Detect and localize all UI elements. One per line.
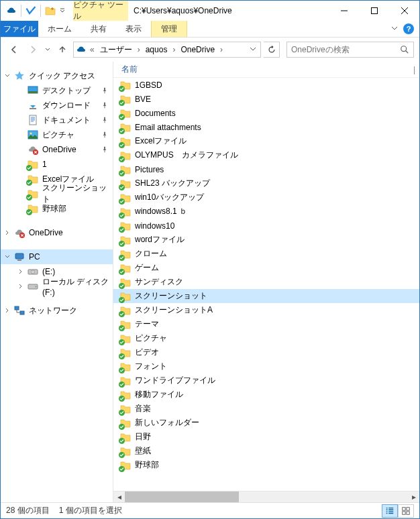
minimize-button[interactable] bbox=[329, 1, 359, 21]
folder-row[interactable]: wordファイル bbox=[113, 233, 419, 247]
folder-row[interactable]: スクリーンショットA bbox=[113, 303, 419, 317]
chevron-right-icon[interactable]: › bbox=[171, 45, 176, 54]
folder-row[interactable]: 1GBSD bbox=[113, 78, 419, 92]
tab-view[interactable]: 表示 bbox=[116, 21, 151, 37]
sidebar-item-documents[interactable]: ドキュメント bbox=[1, 113, 113, 127]
sidebar-item-downloads[interactable]: ダウンロード bbox=[1, 98, 113, 113]
folder-icon bbox=[120, 347, 131, 358]
folder-row[interactable]: SHL23 バックアップ bbox=[113, 176, 419, 190]
crumb-aquos[interactable]: aquos bbox=[143, 45, 170, 54]
tab-share[interactable]: 共有 bbox=[81, 21, 116, 37]
file-list[interactable]: 1GBSD BVE Documents Email attachments bbox=[113, 78, 419, 491]
details-view-button[interactable] bbox=[382, 504, 398, 518]
scroll-track[interactable] bbox=[125, 492, 408, 502]
folder-row[interactable]: BVE bbox=[113, 92, 419, 106]
tab-file[interactable]: ファイル bbox=[1, 21, 38, 37]
sidebar-item-baseball-qa[interactable]: 野球部 bbox=[1, 201, 113, 216]
crumb-users[interactable]: ユーザー bbox=[97, 44, 135, 56]
folder-row[interactable]: フォント bbox=[113, 359, 419, 373]
folder-row[interactable]: Documents bbox=[113, 106, 419, 120]
close-button[interactable] bbox=[389, 1, 419, 21]
folder-row[interactable]: Pictures bbox=[113, 162, 419, 176]
separator bbox=[21, 5, 21, 17]
column-resize-handle[interactable]: | bbox=[413, 65, 415, 74]
sidebar-label: クイック アクセス bbox=[29, 70, 95, 82]
qat-check-icon[interactable] bbox=[23, 3, 39, 19]
qat-customize-caret[interactable] bbox=[58, 8, 66, 13]
scroll-left-arrow[interactable]: ◂ bbox=[113, 492, 125, 502]
sidebar-item-label: (E:) bbox=[42, 267, 55, 276]
sidebar-quick-access[interactable]: クイック アクセス bbox=[1, 68, 113, 83]
folder-name: win10バックアップ bbox=[135, 192, 204, 203]
folder-row[interactable]: サンディスク bbox=[113, 275, 419, 289]
folder-row[interactable]: ワンドライブファイル bbox=[113, 373, 419, 388]
sidebar-item-onedrive-qa[interactable]: OneDrive bbox=[1, 142, 113, 157]
up-button[interactable] bbox=[54, 42, 70, 58]
scroll-thumb[interactable] bbox=[125, 492, 239, 502]
search-input[interactable]: OneDriveの検索 bbox=[286, 42, 414, 58]
sidebar-item-folder-1[interactable]: 1 bbox=[1, 157, 113, 172]
navigation-pane[interactable]: クイック アクセス デスクトップ ダウンロード ドキュメント ピクチャ OneD… bbox=[1, 62, 113, 502]
sidebar-pc[interactable]: PC bbox=[1, 249, 113, 264]
recent-locations-caret[interactable] bbox=[44, 47, 52, 52]
chevron-right-icon[interactable]: › bbox=[136, 45, 142, 54]
folder-row[interactable]: スクリーンショット bbox=[113, 289, 419, 303]
folder-row[interactable]: 壁紙 bbox=[113, 444, 419, 458]
column-header-name[interactable]: 名前 | bbox=[113, 62, 419, 78]
ribbon-expand-caret[interactable] bbox=[391, 24, 398, 34]
folder-row[interactable]: win10バックアップ bbox=[113, 190, 419, 205]
back-button[interactable] bbox=[6, 42, 22, 58]
sidebar-onedrive[interactable]: OneDrive bbox=[1, 225, 113, 240]
folder-row[interactable]: OLYMPUS カメラファイル bbox=[113, 148, 419, 162]
folder-row[interactable]: クローム bbox=[113, 247, 419, 261]
forward-button[interactable] bbox=[25, 42, 41, 58]
collapse-caret-icon[interactable] bbox=[3, 254, 11, 260]
refresh-button[interactable] bbox=[264, 42, 280, 58]
folder-icon bbox=[120, 263, 131, 274]
separator bbox=[40, 5, 41, 17]
folder-row[interactable]: windows10 bbox=[113, 219, 419, 233]
tab-home[interactable]: ホーム bbox=[38, 21, 81, 37]
address-bar[interactable]: « ユーザー › aquos › OneDrive › bbox=[73, 42, 261, 58]
scroll-right-arrow[interactable]: ▸ bbox=[408, 492, 419, 502]
folder-row[interactable]: 日野 bbox=[113, 430, 419, 444]
expand-caret-icon[interactable] bbox=[3, 230, 11, 235]
folder-row[interactable]: 移動ファイル bbox=[113, 388, 419, 402]
crumb-onedrive[interactable]: OneDrive bbox=[178, 45, 217, 54]
folder-icon bbox=[120, 390, 131, 400]
folder-name: 1GBSD bbox=[135, 80, 162, 90]
folder-row[interactable]: 野球部 bbox=[113, 458, 419, 472]
large-icons-view-button[interactable] bbox=[398, 504, 414, 518]
sidebar-item-screenshots-qa[interactable]: スクリーンショット bbox=[1, 186, 113, 201]
address-history-caret[interactable] bbox=[247, 45, 259, 54]
folder-row[interactable]: テーマ bbox=[113, 317, 419, 331]
folder-name: テーマ bbox=[135, 319, 159, 330]
folder-row[interactable]: windows8.1 ｂ bbox=[113, 205, 419, 219]
expand-caret-icon[interactable] bbox=[3, 308, 11, 313]
expand-caret-icon[interactable] bbox=[17, 284, 25, 289]
maximize-button[interactable] bbox=[359, 1, 389, 21]
folder-row[interactable]: 音楽 bbox=[113, 402, 419, 416]
horizontal-scrollbar[interactable]: ◂ ▸ bbox=[113, 491, 419, 502]
contextual-tab-label: ピクチャ ツール bbox=[73, 1, 128, 21]
folder-row[interactable]: 新しいフォルダー bbox=[113, 416, 419, 430]
folder-row[interactable]: ゲーム bbox=[113, 261, 419, 275]
pin-icon bbox=[101, 87, 109, 94]
help-icon[interactable]: ? bbox=[403, 23, 414, 34]
onedrive-app-icon[interactable] bbox=[3, 3, 19, 19]
breadcrumb-overflow[interactable]: « bbox=[89, 45, 96, 54]
folder-row[interactable]: ピクチャ bbox=[113, 331, 419, 345]
tab-manage[interactable]: 管理 bbox=[151, 21, 187, 37]
sidebar-item-desktop[interactable]: デスクトップ bbox=[1, 83, 113, 98]
expand-caret-icon[interactable] bbox=[17, 269, 25, 274]
sidebar-item-drive-f[interactable]: ローカル ディスク (F:) bbox=[1, 279, 113, 294]
sidebar-item-pictures[interactable]: ピクチャ bbox=[1, 127, 113, 142]
collapse-caret-icon[interactable] bbox=[3, 73, 11, 78]
folder-row[interactable]: ビデオ bbox=[113, 345, 419, 359]
folder-name: スクリーンショットA bbox=[135, 304, 213, 316]
sidebar-network[interactable]: ネットワーク bbox=[1, 303, 113, 318]
folder-row[interactable]: Email attachments bbox=[113, 120, 419, 134]
folder-row[interactable]: Excelファイル bbox=[113, 134, 419, 148]
qat-folder-icon[interactable] bbox=[42, 3, 58, 19]
chevron-right-icon[interactable]: › bbox=[219, 45, 224, 54]
